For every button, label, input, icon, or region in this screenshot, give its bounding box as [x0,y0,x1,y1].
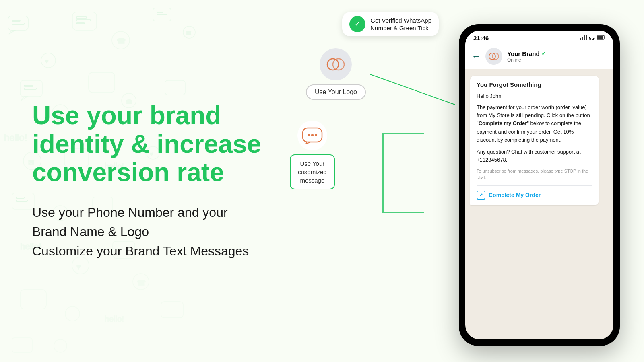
svg-rect-68 [597,36,603,39]
subtext-line1: Use your Phone Number and your [32,205,228,220]
chat-body: You Forgot Something Hello John, The pay… [465,69,613,339]
battery-icon [597,35,605,41]
cta-arrow-icon: ↗ [477,191,485,200]
svg-rect-62 [580,38,581,40]
svg-rect-1 [12,20,20,21]
status-bar: 21:46 5G [465,31,613,44]
headline: Use your brand identity & increase conve… [32,101,274,186]
svg-point-54 [308,134,310,136]
logo-icon [320,48,352,80]
svg-point-56 [315,134,317,136]
left-section: Use your brand identity & increase conve… [24,0,274,362]
verified-checkmark-icon: ✓ [349,16,365,32]
verified-text-line2: Number & Green Tick [370,24,431,32]
use-msg-label-line2: cusomized [298,169,327,175]
greeting: Hello John, [477,92,592,100]
use-msg-label-line1: Use Your [300,160,324,167]
back-button[interactable]: ← [472,51,481,62]
svg-rect-65 [586,35,587,40]
use-msg-label: Use Your cusomized message [290,154,335,189]
contact-avatar [485,48,502,65]
svg-line-57 [370,74,455,105]
subtext-line2: Brand Name & Logo [32,224,149,239]
svg-text:hello!: hello! [4,132,27,143]
phone-frame: 21:46 5G [459,24,620,346]
network-label: 5G [589,36,595,41]
message-bubble: You Forgot Something Hello John, The pay… [470,76,599,205]
status-icons: 5G [580,35,605,41]
contact-name-text: Your Brand [507,50,540,57]
use-msg-callout: Use Your cusomized message [290,121,335,189]
svg-rect-63 [582,37,583,40]
verified-badge: ✓ Get Verified WhatsApp Number & Green T… [342,12,439,36]
message-title: You Forgot Something [477,81,592,88]
svg-rect-60 [384,133,424,134]
cta-button[interactable]: ↗ Complete My Order [477,185,592,200]
svg-rect-61 [384,212,424,213]
svg-rect-67 [605,37,605,39]
svg-rect-35 [16,197,24,198]
chat-header: ← Your Brand ✓ Online [465,44,613,69]
contact-status: Online [507,57,607,63]
unsubscribe-text: To unsubscribe from messages, please typ… [477,168,592,181]
subtext: Use your Phone Number and your Brand Nam… [32,203,274,261]
svg-rect-2 [12,23,24,24]
msg-icon [297,121,327,150]
cta-label: Complete My Order [489,192,541,198]
right-section: ✓ Get Verified WhatsApp Number & Green T… [258,0,644,362]
status-time: 21:46 [473,35,489,41]
contact-info: Your Brand ✓ Online [507,50,607,63]
support-text: Any question? Chat with customer support… [477,148,592,164]
svg-rect-59 [382,133,384,213]
use-msg-label-line3: message [300,177,324,184]
svg-rect-64 [584,35,585,40]
signal-bars-icon [580,35,587,41]
verified-text-line1: Get Verified WhatsApp [370,16,431,25]
message-body: Hello John, The payment for your order w… [477,92,592,181]
use-logo-callout: Use Your Logo [306,48,366,100]
svg-marker-3 [9,30,15,34]
contact-name: Your Brand ✓ [507,50,607,57]
use-logo-label: Use Your Logo [306,84,366,100]
body-text: The payment for your order worth (order_… [477,103,592,144]
contact-verified-tick: ✓ [541,50,546,57]
svg-point-55 [311,134,314,136]
body-bold: Complete my Order [479,120,527,126]
verified-badge-text: Get Verified WhatsApp Number & Green Tic… [370,16,431,32]
subtext-line3: Customize your Brand Text Messages [32,244,249,258]
phone-screen: 21:46 5G [465,31,613,339]
